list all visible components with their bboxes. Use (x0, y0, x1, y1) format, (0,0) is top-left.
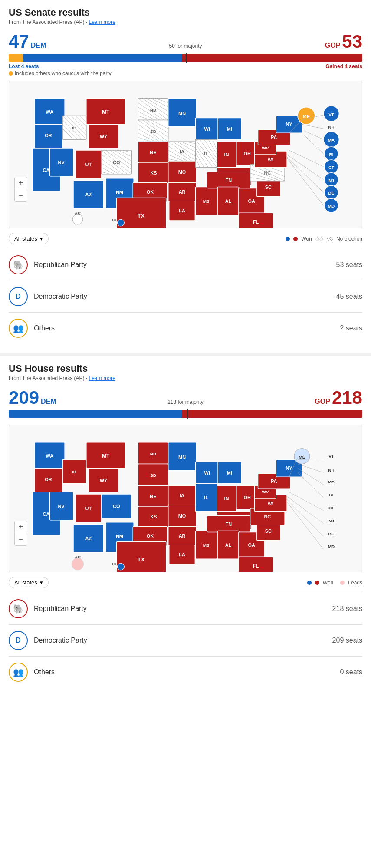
house-zoom-in-button[interactable]: + (15, 521, 27, 533)
republican-senate-seats: 53 seats (336, 261, 362, 269)
svg-text:ID: ID (72, 469, 76, 474)
svg-text:AZ: AZ (85, 192, 92, 197)
svg-text:MD: MD (328, 544, 335, 549)
senate-score-bar: 47 DEM 50 for majority GOP 53 Lost 4 sea… (9, 31, 362, 76)
svg-text:OK: OK (147, 533, 154, 538)
svg-text:LA: LA (179, 208, 185, 213)
svg-text:HI: HI (112, 218, 117, 222)
svg-text:LA: LA (179, 552, 185, 557)
svg-text:NE: NE (150, 494, 156, 499)
senate-result-notes: Lost 4 seats Gained 4 seats (9, 63, 362, 69)
senate-zoom-in-button[interactable]: + (15, 177, 27, 189)
house-map[interactable]: WA OR CA ID NV MT WY UT CO (9, 425, 362, 572)
democratic-party-name: Democratic Party (34, 293, 336, 300)
svg-text:SD: SD (150, 129, 156, 134)
svg-text:OH: OH (243, 495, 250, 500)
house-dem-dot-icon (307, 581, 312, 585)
svg-text:WV: WV (262, 489, 269, 494)
svg-text:MI: MI (227, 126, 232, 132)
house-republican-party-name: Republican Party (34, 605, 332, 613)
senate-map[interactable]: WA OR CA ID NV MT (9, 81, 362, 228)
house-zoom-out-button[interactable]: − (15, 533, 27, 545)
svg-text:NY: NY (286, 465, 292, 471)
senate-legend-gop (293, 237, 298, 241)
house-all-states-button[interactable]: All states ▾ (9, 577, 49, 588)
svg-text:CA: CA (43, 168, 50, 173)
svg-text:CT: CT (328, 165, 334, 170)
svg-text:NJ: NJ (328, 178, 334, 183)
svg-text:VT: VT (328, 454, 334, 459)
house-legend: Won Leads (307, 580, 362, 586)
chevron-down-icon: ▾ (40, 235, 43, 242)
svg-text:OR: OR (45, 133, 52, 138)
svg-text:WI: WI (204, 470, 210, 475)
svg-text:IN: IN (224, 496, 229, 501)
senate-dem-num: 47 (9, 31, 29, 52)
svg-text:ND: ND (150, 452, 156, 456)
senate-legend-dem (286, 237, 290, 241)
hatch-icon (327, 237, 333, 241)
senate-all-states-button[interactable]: All states ▾ (9, 233, 49, 244)
senate-includes-note: Includes others who caucus with the part… (9, 70, 362, 76)
svg-point-250 (72, 558, 84, 570)
house-parties-list: 🐘 Republican Party 218 seats D Democrati… (9, 593, 362, 688)
senate-dem-score: 47 DEM (9, 31, 46, 52)
gop-dot-icon (293, 237, 298, 241)
house-source: From The Associated Press (AP) · Learn m… (9, 375, 362, 381)
svg-text:FL: FL (253, 219, 259, 224)
others-icon: 👥 (9, 319, 28, 338)
svg-text:ID: ID (72, 125, 76, 130)
svg-text:AL: AL (225, 542, 232, 548)
svg-text:CO: CO (113, 504, 120, 509)
svg-text:UT: UT (85, 506, 92, 511)
svg-text:WY: WY (100, 478, 108, 483)
senate-section: US Senate results From The Associated Pr… (0, 0, 371, 353)
house-map-zoom-controls: + − (14, 521, 27, 546)
senate-gained-seats: Gained 4 seats (325, 63, 362, 69)
svg-text:SD: SD (150, 473, 156, 478)
svg-text:NC: NC (264, 514, 271, 519)
house-legend-gop (315, 581, 319, 585)
legend-separator: ◇◇ (315, 236, 323, 242)
senate-learn-more-link[interactable]: Learn more (89, 19, 115, 25)
senate-party-row-democratic: D Democratic Party 45 seats (9, 281, 362, 312)
republican-icon: 🐘 (9, 255, 28, 274)
house-map-svg: WA OR CA ID NV MT WY UT CO (9, 425, 362, 572)
senate-title: US Senate results (9, 7, 362, 18)
senate-map-footer: All states ▾ Won ◇◇ No election (9, 233, 362, 244)
svg-text:DE: DE (328, 191, 335, 195)
house-gop-label: GOP (315, 398, 330, 406)
svg-text:MA: MA (328, 138, 335, 142)
house-party-row-democratic: D Democratic Party 209 seats (9, 624, 362, 656)
svg-text:TX: TX (138, 212, 145, 219)
others-party-name: Others (34, 324, 340, 332)
svg-text:SC: SC (265, 528, 272, 534)
house-gop-num: 218 (332, 387, 362, 408)
svg-text:NJ: NJ (328, 518, 334, 523)
democratic-senate-seats: 45 seats (336, 293, 362, 300)
svg-text:CT: CT (328, 505, 334, 510)
svg-text:WY: WY (100, 134, 108, 139)
senate-map-zoom-controls: + − (14, 177, 27, 202)
house-others-seats: 0 seats (340, 668, 362, 676)
senate-zoom-out-button[interactable]: − (15, 189, 27, 201)
svg-text:MS: MS (203, 199, 210, 204)
svg-text:NY: NY (286, 122, 292, 127)
svg-text:ME: ME (303, 114, 310, 119)
house-republican-icon: 🐘 (9, 599, 28, 618)
house-others-icon: 👥 (9, 663, 28, 682)
svg-text:OK: OK (147, 189, 154, 195)
svg-text:TN: TN (226, 521, 232, 527)
senate-majority-label: 50 for majority (169, 43, 202, 49)
senate-party-row-others: 👥 Others 2 seats (9, 312, 362, 344)
svg-text:RI: RI (329, 492, 334, 497)
svg-text:IL: IL (204, 495, 208, 500)
svg-text:DE: DE (328, 531, 335, 536)
house-legend-leads-label: Leads (348, 580, 362, 586)
house-filter-label: All states (14, 579, 37, 586)
senate-source: From The Associated Press (AP) · Learn m… (9, 19, 362, 25)
svg-point-141 (72, 214, 83, 224)
senate-legend-won-label: Won (301, 236, 312, 242)
house-learn-more-link[interactable]: Learn more (89, 375, 115, 381)
svg-text:CO: CO (113, 160, 120, 165)
